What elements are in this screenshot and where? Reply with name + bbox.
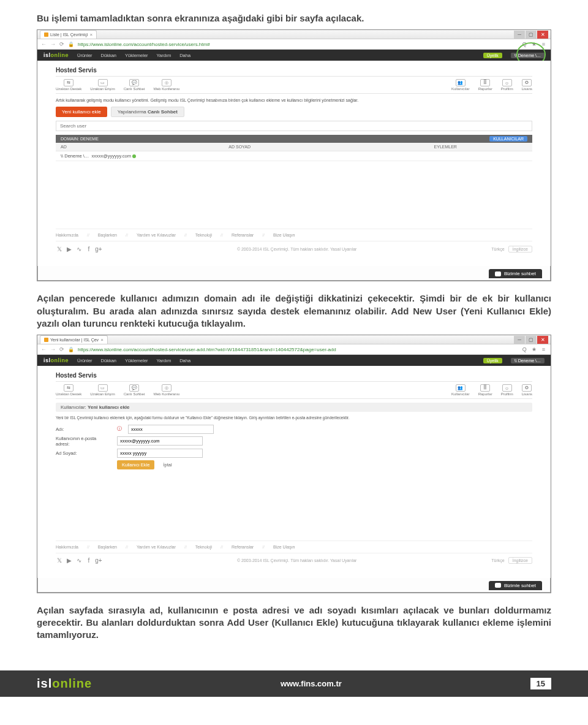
tool-license[interactable]: ✪Lisans (522, 384, 532, 396)
footer-link[interactable]: Referanslar (232, 233, 254, 237)
configure-button[interactable]: Yapılandırma Canlı Sohbet (111, 107, 184, 117)
nav-back-icon[interactable]: ← (41, 41, 47, 47)
rss-icon[interactable]: ∿ (75, 557, 83, 564)
user-row[interactable]: \\ Deneme \… xxxxx@yyyyyy.com (56, 151, 532, 161)
browser-tools[interactable]: Q ★ ≡ (522, 346, 547, 352)
footer-link[interactable]: Bize Ulaşın (273, 233, 295, 237)
tool-live-chat[interactable]: 💬Canlı Sohbet (124, 79, 145, 91)
gplus-icon[interactable]: g+ (95, 557, 102, 564)
tool-live-chat[interactable]: 💬Canlı Sohbet (124, 384, 145, 396)
footer-link[interactable]: Teknoloji (195, 233, 212, 237)
nav-item[interactable]: Ürünler (77, 358, 92, 363)
name-input[interactable] (128, 425, 214, 434)
gplus-icon[interactable]: g+ (95, 245, 102, 252)
footer-link[interactable]: Başlarken (98, 545, 117, 549)
facebook-icon[interactable]: f (85, 245, 92, 252)
favicon-icon (44, 338, 48, 342)
window-maximize-button[interactable]: ▢ (526, 336, 537, 344)
tab-title: Liste | ISL Çevrimiçi (50, 32, 88, 37)
footer-link[interactable]: Yardım ve Kılavuzlar (137, 233, 176, 237)
window-maximize-button[interactable]: ▢ (526, 31, 537, 39)
browser-tab[interactable]: Liste | ISL Çevrimiçi × (40, 30, 97, 39)
tool-remote-support[interactable]: ⇆Uzaktan Destek (56, 384, 81, 396)
youtube-icon[interactable]: ▶ (66, 557, 73, 564)
footer-link[interactable]: Hakkımızda (56, 545, 78, 549)
nav-item[interactable]: Daha (179, 358, 190, 363)
intro-paragraph-3: Açılan sayfada sırasıyla ad, kullanıcını… (37, 604, 551, 642)
nav-item[interactable]: Yüklemeler (125, 358, 148, 363)
window-close-button[interactable]: ✕ (537, 336, 548, 344)
nav-item[interactable]: Yüklemeler (125, 53, 148, 58)
social-icons[interactable]: 𝕏 ▶ ∿ f g+ (56, 245, 102, 252)
tool-remote-support[interactable]: ⇆Uzaktan Destek (56, 79, 81, 91)
page-heading: Hosted Servis (56, 67, 532, 74)
lang-select[interactable]: İngilizce (508, 557, 532, 564)
chat-widget[interactable]: Bizimle sohbet (489, 581, 542, 590)
fullname-input[interactable] (117, 449, 203, 458)
address-bar[interactable]: https://www.islonline.com/account/hosted… (78, 42, 519, 47)
nav-item[interactable]: Yardım (157, 53, 172, 58)
nav-forward-icon[interactable]: → (50, 41, 56, 47)
tool-profile[interactable]: ☺Profilim (501, 79, 513, 91)
window-minimize-button[interactable]: ─ (514, 31, 525, 39)
tool-users[interactable]: 👥Kullanıcılar (451, 79, 470, 91)
tab-close-icon[interactable]: × (100, 337, 104, 343)
window-close-button[interactable]: ✕ (537, 31, 548, 39)
user-pill[interactable]: \\ Deneme \… (511, 358, 545, 363)
twitter-icon[interactable]: 𝕏 (56, 557, 63, 564)
nav-reload-icon[interactable]: ⟳ (59, 41, 64, 47)
footer-link[interactable]: Başlarken (98, 233, 117, 237)
nav-item[interactable]: Ürünler (77, 53, 92, 58)
breadcrumb: Kullanıcılar: Yeni kullanıcı ekle (56, 403, 532, 412)
twitter-icon[interactable]: 𝕏 (56, 245, 63, 252)
social-icons[interactable]: 𝕏 ▶ ∿ f g+ (56, 557, 102, 564)
page-footer: islonline www.fins.com.tr 15 (0, 670, 588, 697)
domain-bar-title: DOMAIN: DENEME (61, 137, 99, 141)
tool-users[interactable]: 👥Kullanıcılar (451, 384, 470, 396)
footer-link[interactable]: Bize Ulaşın (273, 545, 295, 549)
tool-web-conf[interactable]: ◎Web Konferansı (153, 384, 179, 396)
tool-web-conf[interactable]: ◎Web Konferansı (153, 79, 179, 91)
cancel-button[interactable]: İptal (158, 460, 176, 469)
copyright: © 2003-2014 ISL Çevrimiçi. Tüm hakları s… (237, 558, 357, 563)
nav-item[interactable]: Daha (179, 53, 190, 58)
nav-forward-icon[interactable]: → (50, 346, 56, 352)
footer-link[interactable]: Teknoloji (195, 545, 212, 549)
add-user-button[interactable]: Yeni kullanıcı ekle (56, 107, 107, 117)
brand-logo[interactable]: islonline (43, 52, 69, 58)
browser-tab[interactable]: Yeni kullanıcılar | ISL Çev × (40, 335, 108, 344)
footer-link[interactable]: Referanslar (232, 545, 254, 549)
brand-logo[interactable]: islonline (43, 357, 69, 363)
window-minimize-button[interactable]: ─ (514, 336, 525, 344)
nav-back-icon[interactable]: ← (41, 346, 47, 352)
address-bar[interactable]: https://www.islonline.com/account/hosted… (78, 347, 519, 352)
nav-reload-icon[interactable]: ⟳ (59, 346, 64, 352)
status-dot-icon (132, 154, 136, 158)
tool-remote-access[interactable]: ▭Uzaktan Erişim (90, 384, 115, 396)
facebook-icon[interactable]: f (85, 557, 92, 564)
col-actions: EYLEMLER (434, 145, 527, 149)
tool-remote-access[interactable]: ▭Uzaktan Erişim (90, 79, 115, 91)
nav-item[interactable]: Yardım (157, 358, 172, 363)
tab-close-icon[interactable]: × (89, 32, 92, 37)
rss-icon[interactable]: ∿ (75, 245, 83, 252)
youtube-icon[interactable]: ▶ (66, 245, 73, 252)
tool-profile[interactable]: ☺Profilim (501, 384, 513, 396)
nav-item[interactable]: Dükkan (101, 358, 116, 363)
favicon-icon (44, 32, 48, 37)
chat-widget[interactable]: Bizimle sohbet (489, 269, 542, 278)
submit-add-user-button[interactable]: Kullanıcı Ekle (117, 460, 154, 469)
footer-link[interactable]: Hakkımızda (56, 233, 78, 237)
tool-reports[interactable]: ≣Raporlar (478, 79, 492, 91)
footer-link[interactable]: Yardım ve Kılavuzlar (137, 545, 176, 549)
membership-pill[interactable]: Üyelik (483, 358, 502, 363)
users-chip[interactable]: KULLANICILAR (489, 136, 527, 142)
tool-license[interactable]: ✪Lisans (522, 79, 532, 91)
membership-pill[interactable]: Üyelik (483, 53, 502, 58)
email-input[interactable] (117, 436, 203, 446)
search-user-input[interactable] (56, 121, 532, 131)
lang-select[interactable]: İngilizce (508, 246, 532, 252)
nav-item[interactable]: Dükkan (101, 53, 116, 58)
chat-bubble-icon (495, 583, 501, 588)
tool-reports[interactable]: ≣Raporlar (478, 384, 492, 396)
